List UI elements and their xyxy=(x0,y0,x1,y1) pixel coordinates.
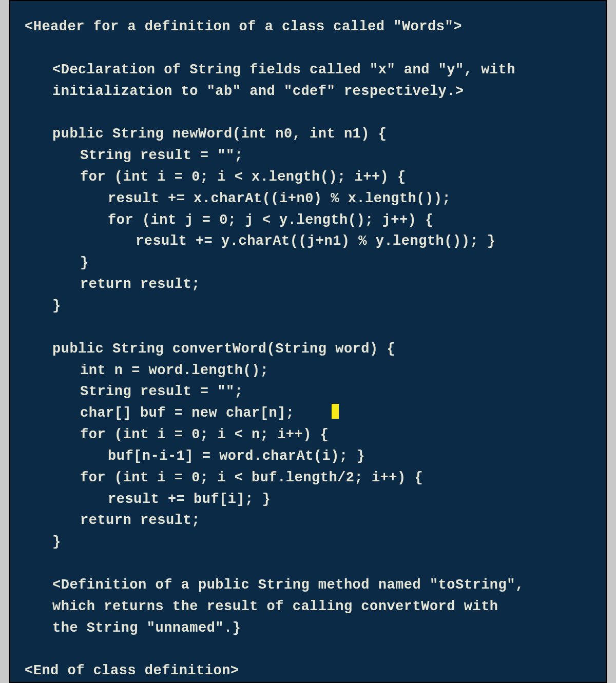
code-line: <Header for a definition of a class call… xyxy=(25,16,591,38)
code-line: for (int i = 0; i < x.length(); i++) { xyxy=(25,167,591,188)
code-line: public String convertWord(String word) { xyxy=(25,339,591,360)
code-line: <End of class definition> xyxy=(25,660,591,682)
code-line: result += y.charAt((j+n1) % y.length());… xyxy=(25,231,591,252)
cursor-icon xyxy=(332,404,339,419)
code-line: initialization to "ab" and "cdef" respec… xyxy=(25,81,591,103)
code-line: public String newWord(int n0, int n1) { xyxy=(25,124,591,145)
blank-line xyxy=(25,317,591,339)
code-line: char[] buf = new char[n]; xyxy=(25,403,591,424)
code-line: int n = word.length(); xyxy=(25,360,591,382)
code-line: buf[n-i-1] = word.charAt(i); } xyxy=(25,446,591,467)
code-line: for (int i = 0; i < n; i++) { xyxy=(25,424,591,446)
code-line: } xyxy=(25,296,591,317)
code-line: the String "unnamed".} xyxy=(25,618,591,639)
code-line: which returns the result of calling conv… xyxy=(25,596,591,618)
blank-line xyxy=(25,38,591,60)
code-line: String result = ""; xyxy=(25,381,591,403)
code-line: String result = ""; xyxy=(25,145,591,167)
blank-line xyxy=(25,553,591,575)
code-line: <Declaration of String fields called "x"… xyxy=(25,60,591,81)
terminal-code-block: <Header for a definition of a class call… xyxy=(9,0,607,683)
blank-line xyxy=(25,102,591,124)
code-line: return result; xyxy=(25,274,591,296)
code-line: result += buf[i]; } xyxy=(25,489,591,511)
blank-line xyxy=(25,639,591,660)
code-text: char[] buf = new char[n]; xyxy=(80,405,295,421)
code-line: return result; xyxy=(25,510,591,532)
code-line: } xyxy=(25,252,591,274)
code-line: for (int j = 0; j < y.length(); j++) { xyxy=(25,210,591,231)
code-line: <Definition of a public String method na… xyxy=(25,575,591,596)
code-line: } xyxy=(25,532,591,553)
code-line: result += x.charAt((i+n0) % x.length()); xyxy=(25,188,591,210)
code-line: for (int i = 0; i < buf.length/2; i++) { xyxy=(25,467,591,489)
